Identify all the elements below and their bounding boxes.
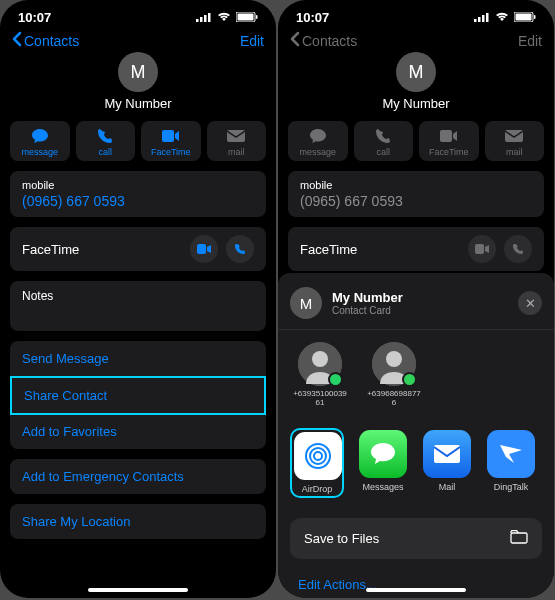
svg-rect-8	[227, 130, 245, 142]
svg-rect-7	[162, 130, 174, 142]
svg-rect-9	[197, 244, 206, 254]
airdrop-app[interactable]: AirDrop	[290, 428, 344, 498]
sheet-title: My Number	[332, 290, 403, 305]
svg-rect-19	[475, 244, 484, 254]
chevron-left-icon	[290, 31, 300, 50]
messages-app[interactable]: Messages	[358, 430, 408, 498]
menu-list-1: Send Message Share Contact Add to Favori…	[10, 341, 266, 449]
status-indicators	[474, 10, 536, 25]
contact-avatar[interactable]: M	[118, 52, 158, 92]
edit-actions-button[interactable]: Edit Actions...	[278, 567, 554, 598]
phone-card[interactable]: mobile (0965) 667 0593	[10, 171, 266, 217]
add-favorites-item[interactable]: Add to Favorites	[10, 414, 266, 449]
contact-avatar: M	[396, 52, 436, 92]
action-row: message call FaceTime mail	[0, 111, 276, 171]
menu-list-2: Add to Emergency Contacts	[10, 459, 266, 494]
share-location-item[interactable]: Share My Location	[10, 504, 266, 539]
back-button: Contacts	[290, 31, 357, 50]
facetime-video-button	[468, 235, 496, 263]
nav-bar: Contacts Edit	[0, 31, 276, 54]
svg-point-21	[312, 351, 328, 367]
send-message-item[interactable]: Send Message	[10, 341, 266, 377]
back-label: Contacts	[24, 33, 79, 49]
phone-value: (0965) 667 0593	[22, 193, 254, 209]
app-label: Mail	[422, 482, 472, 492]
facetime-label: FaceTime	[429, 147, 469, 157]
message-icon	[288, 127, 348, 145]
action-row: message call FaceTime mail	[278, 111, 554, 171]
mail-icon	[485, 127, 545, 145]
phone-right: 10:07 Contacts Edit M My Number message …	[278, 0, 554, 598]
folder-icon	[510, 530, 528, 547]
svg-rect-13	[486, 13, 489, 22]
facetime-card: FaceTime	[10, 227, 266, 271]
phone-icon	[76, 127, 136, 145]
svg-point-23	[386, 351, 402, 367]
svg-rect-16	[534, 15, 536, 19]
facetime-button[interactable]: FaceTime	[141, 121, 201, 161]
home-indicator[interactable]	[88, 588, 188, 592]
edit-button: Edit	[518, 33, 542, 49]
svg-rect-11	[478, 17, 481, 22]
video-icon	[419, 127, 479, 145]
add-emergency-item[interactable]: Add to Emergency Contacts	[10, 459, 266, 494]
menu-list-3: Share My Location	[10, 504, 266, 539]
svg-point-24	[314, 452, 322, 460]
back-button[interactable]: Contacts	[12, 31, 79, 50]
save-to-files-button[interactable]: Save to Files	[290, 518, 542, 559]
airdrop-icon	[294, 432, 342, 480]
home-indicator[interactable]	[366, 588, 466, 592]
svg-rect-18	[505, 130, 523, 142]
message-button: message	[288, 121, 348, 161]
wifi-icon	[495, 10, 509, 25]
contact-name: My Number	[0, 96, 276, 111]
signal-icon	[196, 10, 212, 25]
message-label: message	[21, 147, 58, 157]
airdrop-contacts-row: +63935100039 61 +63968698877 6	[278, 330, 554, 420]
phone-icon	[354, 127, 414, 145]
mail-label: mail	[228, 147, 245, 157]
close-button[interactable]: ✕	[518, 291, 542, 315]
phone-label: mobile	[22, 179, 254, 191]
svg-rect-5	[238, 14, 254, 21]
notes-label: Notes	[22, 289, 53, 303]
message-icon	[10, 127, 70, 145]
message-button[interactable]: message	[10, 121, 70, 161]
back-label: Contacts	[302, 33, 357, 49]
airdrop-contact-2[interactable]: +63968698877 6	[366, 342, 422, 408]
notes-card[interactable]: Notes	[10, 281, 266, 331]
messages-icon	[359, 430, 407, 478]
save-files-label: Save to Files	[304, 531, 379, 546]
facetime-audio-button[interactable]	[226, 235, 254, 263]
phone-card: mobile (0965) 667 0593	[288, 171, 544, 217]
svg-rect-3	[208, 13, 211, 22]
contact-name: My Number	[278, 96, 554, 111]
sheet-avatar: M	[290, 287, 322, 319]
contact-label: +63968698877 6	[366, 390, 422, 408]
mail-label: mail	[506, 147, 523, 157]
phone-left: 10:07 Contacts Edit M My Number message …	[0, 0, 276, 598]
svg-rect-27	[434, 445, 460, 463]
facetime-title: FaceTime	[300, 242, 357, 257]
mail-app[interactable]: Mail	[422, 430, 472, 498]
mail-button: mail	[485, 121, 545, 161]
mail-app-icon	[423, 430, 471, 478]
chevron-left-icon	[12, 31, 22, 50]
status-bar: 10:07	[0, 0, 276, 31]
facetime-video-button[interactable]	[190, 235, 218, 263]
dingtalk-app[interactable]: DingTalk	[486, 430, 536, 498]
svg-rect-28	[511, 533, 527, 543]
edit-button[interactable]: Edit	[240, 33, 264, 49]
status-bar: 10:07	[278, 0, 554, 31]
battery-icon	[236, 10, 258, 25]
mail-icon	[207, 127, 267, 145]
dingtalk-icon	[487, 430, 535, 478]
svg-rect-1	[200, 17, 203, 22]
message-label: message	[299, 147, 336, 157]
call-button: call	[354, 121, 414, 161]
share-contact-item[interactable]: Share Contact	[10, 376, 266, 415]
video-icon	[141, 127, 201, 145]
call-label: call	[376, 147, 390, 157]
call-button[interactable]: call	[76, 121, 136, 161]
airdrop-contact-1[interactable]: +63935100039 61	[292, 342, 348, 408]
